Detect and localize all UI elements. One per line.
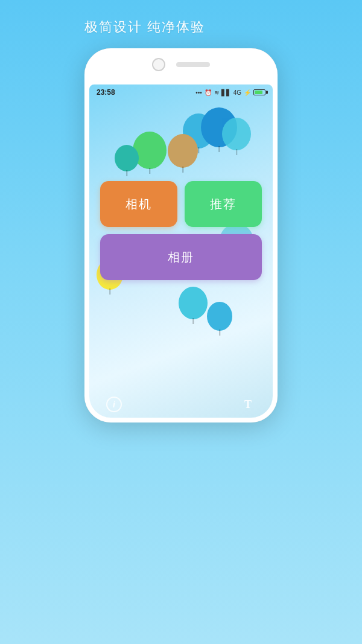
tagline: 极简设计 纯净体验 — [84, 18, 278, 36]
battery-fill — [255, 91, 262, 94]
phone-top-bar — [152, 58, 210, 71]
balloon-brown — [168, 134, 198, 168]
lightning-icon: ⚡ — [244, 89, 251, 96]
status-time: 23:58 — [97, 88, 115, 97]
alarm-icon: ⏰ — [205, 89, 212, 96]
phone-screen: 23:58 ••• ⏰ ≋ ▋▋ 4G ⚡ — [89, 84, 273, 418]
phone-mockup: 23:58 ••• ⏰ ≋ ▋▋ 4G ⚡ — [84, 48, 278, 422]
balloon-green — [133, 132, 167, 169]
wifi-icon: ≋ — [214, 89, 219, 96]
speaker-icon — [176, 62, 210, 67]
camera-button[interactable]: 相机 — [100, 181, 177, 227]
t-button[interactable]: T — [240, 397, 256, 412]
album-button[interactable]: 相册 — [100, 234, 262, 280]
front-camera-icon — [152, 58, 165, 71]
signal-bars-icon: ▋▋ — [221, 89, 231, 96]
battery-icon — [253, 89, 265, 95]
main-buttons-area: 相机 推荐 相册 — [100, 181, 262, 280]
signal-dots: ••• — [195, 89, 202, 96]
data-icon: 4G — [233, 89, 241, 96]
info-button[interactable]: i — [106, 397, 122, 412]
top-buttons-row: 相机 推荐 — [100, 181, 262, 227]
balloon-blue-bottom-right — [207, 302, 232, 331]
balloon-cyan — [222, 118, 251, 150]
balloon-teal — [115, 145, 139, 171]
recommend-button[interactable]: 推荐 — [185, 181, 262, 227]
status-bar: 23:58 ••• ⏰ ≋ ▋▋ 4G ⚡ — [89, 84, 273, 99]
bottom-bar: i T — [89, 391, 273, 418]
balloon-cyan-bottom — [179, 287, 208, 319]
phone-frame: 23:58 ••• ⏰ ≋ ▋▋ 4G ⚡ — [84, 48, 278, 422]
page-background: 极简设计 纯净体验 23:58 ••• ⏰ ≋ ▋▋ — [84, 0, 278, 422]
status-icons: ••• ⏰ ≋ ▋▋ 4G ⚡ — [195, 89, 265, 96]
